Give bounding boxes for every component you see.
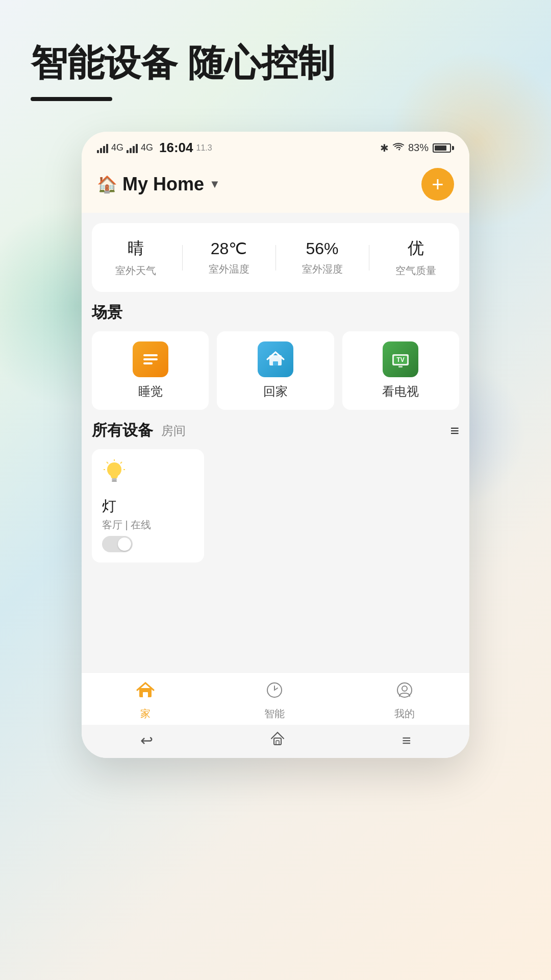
weather-label-3: 空气质量 <box>395 264 436 278</box>
nav-home-label: 家 <box>140 707 151 721</box>
weather-label-2: 室外湿度 <box>302 262 343 276</box>
battery-icon <box>433 143 454 153</box>
home-title-icon: 🏠 <box>97 175 117 194</box>
app-header: 🏠 My Home ▼ + <box>82 160 469 213</box>
bluetooth-icon: ✱ <box>380 142 389 154</box>
nav-smart-icon <box>265 681 284 704</box>
scene-card-home[interactable]: 回家 <box>217 331 334 410</box>
devices-title: 所有设备 <box>92 420 153 441</box>
device-icon-light <box>102 459 194 492</box>
system-menu-icon[interactable]: ≡ <box>402 732 411 749</box>
devices-menu-icon[interactable]: ≡ <box>450 422 459 439</box>
weather-divider-2 <box>276 245 276 271</box>
scenes-title: 场景 <box>92 302 459 323</box>
scenes-grid: 睡觉 回家 <box>92 331 459 410</box>
svg-rect-2 <box>143 362 153 364</box>
weather-value-3: 优 <box>408 237 424 260</box>
svg-rect-22 <box>274 738 281 745</box>
weather-value-1: 28℃ <box>211 239 247 258</box>
weather-item-0: 晴 室外天气 <box>115 237 156 278</box>
devices-grid: 灯 客厅 | 在线 <box>92 449 459 562</box>
signal-label2: 4G <box>141 142 153 153</box>
toggle-knob-light <box>118 537 131 551</box>
signal-icon <box>97 143 108 153</box>
battery-pct: 83% <box>408 142 429 154</box>
home-title-text: My Home <box>122 174 204 195</box>
svg-rect-23 <box>276 741 279 745</box>
svg-rect-11 <box>112 480 117 482</box>
svg-point-9 <box>107 462 121 477</box>
weather-item-3: 优 空气质量 <box>395 237 436 278</box>
nav-item-smart[interactable]: 智能 <box>264 681 285 721</box>
svg-rect-18 <box>143 692 148 697</box>
nav-item-profile[interactable]: 我的 <box>394 681 415 721</box>
device-name-light: 灯 <box>102 497 194 516</box>
weather-card: 晴 室外天气 28℃ 室外温度 56% 室外湿度 优 空气质量 <box>92 223 459 292</box>
device-card-light[interactable]: 灯 客厅 | 在线 <box>92 449 204 562</box>
toggle-switch-light[interactable] <box>102 536 133 552</box>
svg-line-13 <box>120 462 122 463</box>
system-bar: ↩ ≡ <box>82 725 469 758</box>
svg-rect-8 <box>398 366 403 368</box>
dropdown-arrow-icon[interactable]: ▼ <box>209 178 220 191</box>
nav-home-icon <box>136 681 155 704</box>
status-left: 4G 4G 16:04 11.3 <box>97 140 212 156</box>
svg-point-21 <box>402 686 407 691</box>
add-button[interactable]: + <box>421 168 454 201</box>
home-title[interactable]: 🏠 My Home ▼ <box>97 174 220 195</box>
svg-rect-1 <box>143 358 158 360</box>
scene-label-tv: 看电视 <box>382 383 419 400</box>
scene-card-sleep[interactable]: 睡觉 <box>92 331 209 410</box>
page-headline: 智能设备 随心控制 <box>31 41 520 85</box>
devices-filter[interactable]: 房间 <box>161 423 186 439</box>
weather-item-2: 56% 室外湿度 <box>302 239 343 276</box>
scene-label-home: 回家 <box>263 383 288 400</box>
svg-rect-10 <box>112 478 117 480</box>
weather-value-0: 晴 <box>128 237 144 260</box>
status-time: 16:04 <box>159 140 193 156</box>
scene-icon-home <box>258 341 293 377</box>
weather-label-0: 室外天气 <box>115 264 156 278</box>
wifi-icon <box>393 141 404 155</box>
nav-profile-label: 我的 <box>394 707 415 721</box>
system-home-icon[interactable] <box>270 731 285 750</box>
nav-profile-icon <box>395 681 414 704</box>
phone-mockup: 4G 4G 16:04 11.3 ✱ <box>82 132 469 758</box>
kb-label: 11.3 <box>196 143 212 153</box>
nav-smart-label: 智能 <box>264 707 285 721</box>
weather-value-2: 56% <box>306 239 338 258</box>
status-right: ✱ 83% <box>380 141 454 155</box>
scene-card-tv[interactable]: TV 看电视 <box>342 331 459 410</box>
device-status-light: 客厅 | 在线 <box>102 518 194 532</box>
svg-text:TV: TV <box>397 356 405 363</box>
scene-icon-sleep <box>133 341 168 377</box>
scene-label-sleep: 睡觉 <box>138 383 163 400</box>
weather-divider-3 <box>369 245 369 271</box>
weather-divider-1 <box>182 245 183 271</box>
headline-underline <box>31 97 112 101</box>
weather-item-1: 28℃ 室外温度 <box>209 239 249 276</box>
signal-icon2 <box>127 143 138 153</box>
signal-label1: 4G <box>111 142 123 153</box>
weather-label-1: 室外温度 <box>209 262 249 276</box>
svg-line-14 <box>107 462 108 463</box>
bottom-nav: 家 智能 我的 <box>82 672 469 725</box>
devices-header: 所有设备 房间 ≡ <box>92 420 459 441</box>
app-content: 晴 室外天气 28℃ 室外温度 56% 室外湿度 优 空气质量 <box>82 213 469 672</box>
svg-rect-4 <box>273 361 278 365</box>
system-back-icon[interactable]: ↩ <box>140 731 153 749</box>
scene-icon-tv: TV <box>383 341 418 377</box>
status-bar: 4G 4G 16:04 11.3 ✱ <box>82 132 469 160</box>
nav-item-home[interactable]: 家 <box>136 681 155 721</box>
svg-rect-0 <box>143 354 158 356</box>
